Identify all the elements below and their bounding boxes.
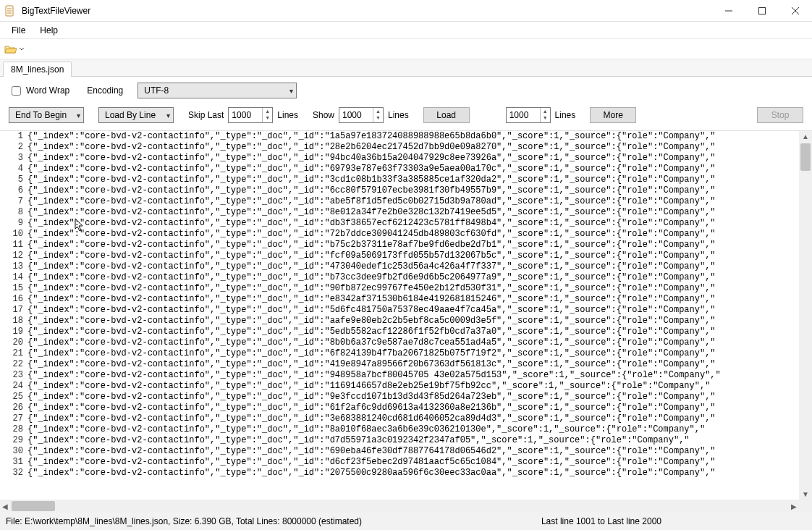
loadmode-select[interactable]: Load By Line ▾ [98, 107, 174, 123]
wordwrap-checkbox[interactable]: Word Wrap [9, 84, 69, 98]
scroll-left-icon[interactable]: ◀ [0, 502, 10, 510]
text-line: 27{"_index":"core-bvd-v2-contactinfo","_… [6, 413, 812, 424]
line-text: {"_index":"core-bvd-v2-contactinfo","_ty… [28, 413, 716, 424]
scroll-down-icon[interactable]: ▼ [802, 489, 809, 500]
line-text: {"_index":"core-bvd-v2-contactinfo","_ty… [28, 294, 716, 304]
text-line: 4{"_index":"core-bvd-v2-contactinfo","_t… [6, 164, 812, 174]
skip-last-spinner[interactable]: ▲▼ [228, 107, 273, 123]
line-number: 19 [6, 327, 23, 337]
line-text: {"_index":"core-bvd-v2-contactinfo","_ty… [28, 370, 721, 380]
line-text: {"_index":"core-bvd-v2-contactinfo","_ty… [28, 174, 716, 185]
line-text: {"_index":"core-bvd-v2-contactinfo","_ty… [28, 457, 716, 467]
scroll-right-icon[interactable]: ▶ [789, 502, 799, 510]
line-text: {"_index":"core-bvd-v2-contactinfo","_ty… [28, 316, 716, 326]
line-text: {"_index":"core-bvd-v2-contactinfo","_ty… [28, 185, 716, 195]
spin-down-icon[interactable]: ▼ [373, 114, 383, 121]
skip-last-input[interactable] [229, 108, 262, 122]
line-number: 5 [6, 174, 23, 185]
line-text: {"_index":"core-bvd-v2-contactinfo","_ty… [28, 337, 716, 348]
file-tab[interactable]: 8M_lines.json [3, 62, 72, 77]
line-number: 27 [6, 413, 23, 424]
line-number: 25 [6, 392, 23, 403]
text-line: 10{"_index":"core-bvd-v2-contactinfo","_… [6, 229, 812, 240]
text-line: 1{"_index":"core-bvd-v2-contactinfo","_t… [6, 131, 812, 142]
line-text: {"_index":"core-bvd-v2-contactinfo","_ty… [28, 424, 705, 434]
encoding-value: UTF-8 [144, 85, 169, 96]
more-input[interactable] [507, 108, 540, 122]
direction-value: End To Begin [15, 110, 67, 120]
toolbar [0, 39, 812, 59]
svg-rect-1 [759, 7, 766, 14]
line-text: {"_index":"core-bvd-v2-contactinfo","_ty… [28, 164, 716, 174]
options-row-2: End To Begin ▾ Load By Line ▾ Skip Last … [0, 104, 812, 130]
text-viewer: 1{"_index":"core-bvd-v2-contactinfo","_t… [0, 130, 812, 513]
menu-file[interactable]: File [4, 24, 33, 37]
chevron-down-icon: ▾ [289, 87, 293, 95]
scroll-up-icon[interactable]: ▲ [802, 131, 809, 142]
load-button[interactable]: Load [423, 107, 470, 123]
line-text: {"_index":"core-bvd-v2-contactinfo","_ty… [28, 207, 716, 217]
text-content[interactable]: 1{"_index":"core-bvd-v2-contactinfo","_t… [0, 131, 812, 500]
text-line: 16{"_index":"core-bvd-v2-contactinfo","_… [6, 294, 812, 305]
scrollbar-corner [799, 500, 812, 513]
line-number: 7 [6, 196, 23, 207]
line-number: 15 [6, 283, 23, 294]
spin-up-icon[interactable]: ▲ [541, 108, 550, 114]
more-spinner[interactable]: ▲▼ [506, 107, 551, 123]
text-line: 15{"_index":"core-bvd-v2-contactinfo","_… [6, 283, 812, 294]
statusbar: File: E:\work\temp\8M_lines\8M_lines.jso… [0, 513, 812, 530]
status-right: Last line 1001 to Last line 2000 [541, 516, 661, 526]
load-label: Load [436, 110, 456, 120]
vscroll-thumb[interactable] [800, 143, 811, 171]
encoding-select[interactable]: UTF-8 ▾ [138, 83, 297, 98]
text-line: 14{"_index":"core-bvd-v2-contactinfo","_… [6, 272, 812, 283]
show-spinner[interactable]: ▲▼ [339, 107, 384, 123]
line-text: {"_index":"core-bvd-v2-contactinfo","_ty… [28, 435, 690, 445]
line-number: 20 [6, 337, 23, 348]
line-number: 30 [6, 446, 23, 457]
menu-help[interactable]: Help [33, 24, 65, 37]
vertical-scrollbar[interactable]: ▲ ▼ [799, 131, 812, 500]
line-text: {"_index":"core-bvd-v2-contactinfo","_ty… [28, 240, 716, 250]
menubar: File Help [0, 22, 812, 39]
line-number: 17 [6, 305, 23, 316]
line-text: {"_index":"core-bvd-v2-contactinfo","_ty… [28, 131, 716, 141]
wordwrap-input[interactable] [12, 86, 21, 96]
line-number: 14 [6, 272, 23, 283]
line-text: {"_index":"core-bvd-v2-contactinfo","_ty… [28, 272, 716, 282]
maximize-button[interactable] [745, 0, 779, 22]
line-number: 2 [6, 142, 23, 153]
line-number: 16 [6, 294, 23, 305]
show-label: Show [313, 110, 334, 120]
close-button[interactable] [779, 0, 812, 22]
line-number: 32 [6, 468, 23, 479]
spin-up-icon[interactable]: ▲ [373, 108, 383, 114]
text-line: 11{"_index":"core-bvd-v2-contactinfo","_… [6, 240, 812, 251]
options-row-1: Word Wrap Encoding UTF-8 ▾ [0, 77, 812, 104]
open-file-button[interactable] [4, 44, 25, 54]
minimize-button[interactable] [712, 0, 745, 22]
chevron-down-icon: ▾ [166, 112, 170, 119]
text-line: 23{"_index":"core-bvd-v2-contactinfo","_… [6, 370, 812, 381]
line-text: {"_index":"core-bvd-v2-contactinfo","_ty… [28, 403, 716, 413]
stop-button[interactable]: Stop [757, 107, 803, 123]
file-tab-label: 8M_lines.json [11, 64, 64, 75]
line-text: {"_index":"core-bvd-v2-contactinfo","_ty… [28, 446, 716, 456]
show-input[interactable] [339, 108, 373, 122]
more-button[interactable]: More [590, 107, 636, 123]
line-number: 21 [6, 348, 23, 359]
chevron-down-icon: ▾ [77, 112, 80, 119]
line-number: 28 [6, 424, 23, 435]
text-line: 20{"_index":"core-bvd-v2-contactinfo","_… [6, 337, 812, 348]
spin-down-icon[interactable]: ▼ [541, 114, 550, 121]
line-text: {"_index":"core-bvd-v2-contactinfo","_ty… [28, 359, 716, 369]
spin-up-icon[interactable]: ▲ [263, 108, 272, 114]
horizontal-scrollbar[interactable]: ◀ ▶ [0, 500, 799, 513]
line-text: {"_index":"core-bvd-v2-contactinfo","_ty… [28, 251, 716, 261]
hscroll-thumb[interactable] [12, 501, 55, 511]
loadmode-value: Load By Line [105, 110, 156, 120]
spin-down-icon[interactable]: ▼ [263, 114, 272, 121]
wordwrap-label: Word Wrap [26, 85, 69, 96]
text-line: 9{"_index":"core-bvd-v2-contactinfo","_t… [6, 218, 812, 229]
direction-select[interactable]: End To Begin ▾ [9, 107, 84, 123]
